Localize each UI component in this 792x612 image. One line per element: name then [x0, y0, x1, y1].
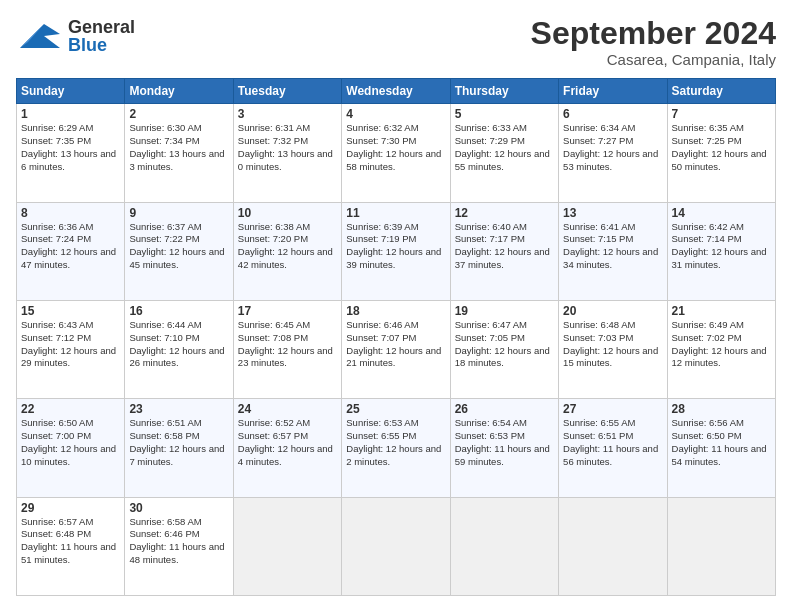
calendar-week-3: 15 Sunrise: 6:43 AM Sunset: 7:12 PM Dayl…: [17, 300, 776, 398]
day-number: 18: [346, 304, 445, 318]
day-number: 6: [563, 107, 662, 121]
day-number: 20: [563, 304, 662, 318]
table-row: 15 Sunrise: 6:43 AM Sunset: 7:12 PM Dayl…: [17, 300, 125, 398]
svg-marker-0: [20, 24, 60, 48]
logo-text: General Blue: [68, 18, 135, 54]
calendar-week-5: 29 Sunrise: 6:57 AM Sunset: 6:48 PM Dayl…: [17, 497, 776, 595]
day-number: 12: [455, 206, 554, 220]
day-number: 8: [21, 206, 120, 220]
table-row: 21 Sunrise: 6:49 AM Sunset: 7:02 PM Dayl…: [667, 300, 775, 398]
day-detail: Sunrise: 6:40 AM Sunset: 7:17 PM Dayligh…: [455, 221, 554, 272]
table-row: 17 Sunrise: 6:45 AM Sunset: 7:08 PM Dayl…: [233, 300, 341, 398]
day-detail: Sunrise: 6:30 AM Sunset: 7:34 PM Dayligh…: [129, 122, 228, 173]
day-detail: Sunrise: 6:38 AM Sunset: 7:20 PM Dayligh…: [238, 221, 337, 272]
table-row: 2 Sunrise: 6:30 AM Sunset: 7:34 PM Dayli…: [125, 104, 233, 202]
col-friday: Friday: [559, 79, 667, 104]
day-detail: Sunrise: 6:41 AM Sunset: 7:15 PM Dayligh…: [563, 221, 662, 272]
calendar-week-4: 22 Sunrise: 6:50 AM Sunset: 7:00 PM Dayl…: [17, 399, 776, 497]
table-row: 3 Sunrise: 6:31 AM Sunset: 7:32 PM Dayli…: [233, 104, 341, 202]
day-number: 1: [21, 107, 120, 121]
table-row: [667, 497, 775, 595]
col-monday: Monday: [125, 79, 233, 104]
day-number: 24: [238, 402, 337, 416]
day-number: 29: [21, 501, 120, 515]
day-number: 16: [129, 304, 228, 318]
day-number: 17: [238, 304, 337, 318]
day-detail: Sunrise: 6:39 AM Sunset: 7:19 PM Dayligh…: [346, 221, 445, 272]
col-tuesday: Tuesday: [233, 79, 341, 104]
table-row: 6 Sunrise: 6:34 AM Sunset: 7:27 PM Dayli…: [559, 104, 667, 202]
day-detail: Sunrise: 6:47 AM Sunset: 7:05 PM Dayligh…: [455, 319, 554, 370]
table-row: 30 Sunrise: 6:58 AM Sunset: 6:46 PM Dayl…: [125, 497, 233, 595]
table-row: 25 Sunrise: 6:53 AM Sunset: 6:55 PM Dayl…: [342, 399, 450, 497]
logo-general-text: General: [68, 18, 135, 36]
day-detail: Sunrise: 6:50 AM Sunset: 7:00 PM Dayligh…: [21, 417, 120, 468]
day-number: 27: [563, 402, 662, 416]
day-detail: Sunrise: 6:52 AM Sunset: 6:57 PM Dayligh…: [238, 417, 337, 468]
page: General Blue September 2024 Casarea, Cam…: [0, 0, 792, 612]
day-detail: Sunrise: 6:33 AM Sunset: 7:29 PM Dayligh…: [455, 122, 554, 173]
table-row: 12 Sunrise: 6:40 AM Sunset: 7:17 PM Dayl…: [450, 202, 558, 300]
day-number: 5: [455, 107, 554, 121]
day-detail: Sunrise: 6:46 AM Sunset: 7:07 PM Dayligh…: [346, 319, 445, 370]
day-number: 28: [672, 402, 771, 416]
day-detail: Sunrise: 6:29 AM Sunset: 7:35 PM Dayligh…: [21, 122, 120, 173]
day-detail: Sunrise: 6:57 AM Sunset: 6:48 PM Dayligh…: [21, 516, 120, 567]
day-number: 4: [346, 107, 445, 121]
day-number: 13: [563, 206, 662, 220]
table-row: [559, 497, 667, 595]
table-row: 24 Sunrise: 6:52 AM Sunset: 6:57 PM Dayl…: [233, 399, 341, 497]
table-row: 9 Sunrise: 6:37 AM Sunset: 7:22 PM Dayli…: [125, 202, 233, 300]
day-number: 15: [21, 304, 120, 318]
table-row: 23 Sunrise: 6:51 AM Sunset: 6:58 PM Dayl…: [125, 399, 233, 497]
day-detail: Sunrise: 6:35 AM Sunset: 7:25 PM Dayligh…: [672, 122, 771, 173]
calendar-table: Sunday Monday Tuesday Wednesday Thursday…: [16, 78, 776, 596]
location: Casarea, Campania, Italy: [531, 51, 776, 68]
month-title: September 2024: [531, 16, 776, 51]
logo-blue-text: Blue: [68, 36, 135, 54]
table-row: 4 Sunrise: 6:32 AM Sunset: 7:30 PM Dayli…: [342, 104, 450, 202]
day-number: 30: [129, 501, 228, 515]
day-detail: Sunrise: 6:44 AM Sunset: 7:10 PM Dayligh…: [129, 319, 228, 370]
table-row: 11 Sunrise: 6:39 AM Sunset: 7:19 PM Dayl…: [342, 202, 450, 300]
table-row: 28 Sunrise: 6:56 AM Sunset: 6:50 PM Dayl…: [667, 399, 775, 497]
col-wednesday: Wednesday: [342, 79, 450, 104]
day-detail: Sunrise: 6:56 AM Sunset: 6:50 PM Dayligh…: [672, 417, 771, 468]
table-row: 26 Sunrise: 6:54 AM Sunset: 6:53 PM Dayl…: [450, 399, 558, 497]
day-number: 10: [238, 206, 337, 220]
header: General Blue September 2024 Casarea, Cam…: [16, 16, 776, 68]
day-detail: Sunrise: 6:42 AM Sunset: 7:14 PM Dayligh…: [672, 221, 771, 272]
table-row: 27 Sunrise: 6:55 AM Sunset: 6:51 PM Dayl…: [559, 399, 667, 497]
day-number: 14: [672, 206, 771, 220]
table-row: 14 Sunrise: 6:42 AM Sunset: 7:14 PM Dayl…: [667, 202, 775, 300]
table-row: 10 Sunrise: 6:38 AM Sunset: 7:20 PM Dayl…: [233, 202, 341, 300]
day-number: 7: [672, 107, 771, 121]
day-number: 2: [129, 107, 228, 121]
calendar-header-row: Sunday Monday Tuesday Wednesday Thursday…: [17, 79, 776, 104]
day-number: 21: [672, 304, 771, 318]
title-block: September 2024 Casarea, Campania, Italy: [531, 16, 776, 68]
day-number: 19: [455, 304, 554, 318]
day-number: 22: [21, 402, 120, 416]
table-row: [450, 497, 558, 595]
table-row: [342, 497, 450, 595]
table-row: 13 Sunrise: 6:41 AM Sunset: 7:15 PM Dayl…: [559, 202, 667, 300]
table-row: 18 Sunrise: 6:46 AM Sunset: 7:07 PM Dayl…: [342, 300, 450, 398]
day-detail: Sunrise: 6:55 AM Sunset: 6:51 PM Dayligh…: [563, 417, 662, 468]
table-row: 5 Sunrise: 6:33 AM Sunset: 7:29 PM Dayli…: [450, 104, 558, 202]
day-number: 11: [346, 206, 445, 220]
day-detail: Sunrise: 6:53 AM Sunset: 6:55 PM Dayligh…: [346, 417, 445, 468]
table-row: 7 Sunrise: 6:35 AM Sunset: 7:25 PM Dayli…: [667, 104, 775, 202]
day-detail: Sunrise: 6:48 AM Sunset: 7:03 PM Dayligh…: [563, 319, 662, 370]
day-detail: Sunrise: 6:45 AM Sunset: 7:08 PM Dayligh…: [238, 319, 337, 370]
day-number: 3: [238, 107, 337, 121]
day-detail: Sunrise: 6:54 AM Sunset: 6:53 PM Dayligh…: [455, 417, 554, 468]
day-detail: Sunrise: 6:31 AM Sunset: 7:32 PM Dayligh…: [238, 122, 337, 173]
table-row: [233, 497, 341, 595]
table-row: 20 Sunrise: 6:48 AM Sunset: 7:03 PM Dayl…: [559, 300, 667, 398]
table-row: 19 Sunrise: 6:47 AM Sunset: 7:05 PM Dayl…: [450, 300, 558, 398]
table-row: 16 Sunrise: 6:44 AM Sunset: 7:10 PM Dayl…: [125, 300, 233, 398]
day-number: 26: [455, 402, 554, 416]
day-detail: Sunrise: 6:51 AM Sunset: 6:58 PM Dayligh…: [129, 417, 228, 468]
logo: General Blue: [16, 16, 135, 56]
